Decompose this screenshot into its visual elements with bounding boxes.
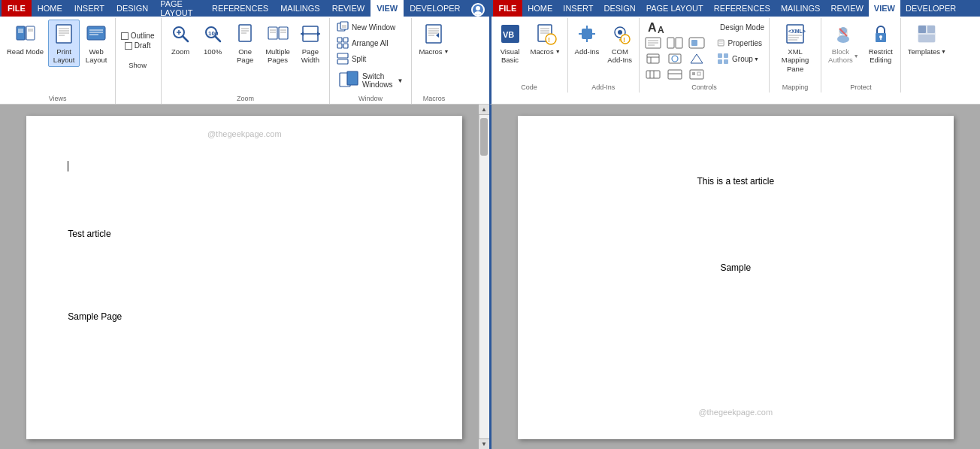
left-doc-text2[interactable]: Sample Page: [68, 311, 122, 322]
tab-mailings-left[interactable]: MAILINGS: [274, 0, 326, 17]
user-avatar[interactable]: [471, 3, 485, 17]
scroll-thumb-left[interactable]: [480, 118, 488, 156]
xml-mapping-button[interactable]: <XML> XML MappingPane: [773, 20, 818, 75]
tab-references-right[interactable]: REFERENCES: [709, 0, 776, 17]
ribbon-group-add-ins: Add-Ins !: [568, 18, 640, 93]
switch-windows-button[interactable]: Switch Windows ▼: [333, 68, 409, 93]
macros-button[interactable]: Macros ▼: [415, 20, 452, 58]
svg-point-1: [474, 11, 482, 15]
arrange-all-button[interactable]: Arrange All: [333, 35, 409, 50]
new-window-button[interactable]: New Window: [333, 20, 409, 35]
tab-review-right[interactable]: REVIEW: [825, 0, 868, 17]
ctrl-btn-8[interactable]: [664, 67, 685, 82]
svg-rect-97: [690, 70, 703, 79]
print-layout-button[interactable]: PrintLayout: [48, 20, 80, 67]
arrange-all-icon: [337, 37, 349, 49]
ctrl-btn-1[interactable]: [643, 35, 664, 50]
tab-design-left[interactable]: DESIGN: [110, 0, 154, 17]
visual-basic-button[interactable]: VB VisualBasic: [495, 20, 526, 67]
ctrl-btn-3[interactable]: [686, 35, 707, 50]
add-ins-button[interactable]: Add-Ins: [571, 20, 603, 58]
tab-design-right[interactable]: DESIGN: [598, 0, 640, 17]
block-authors-button[interactable]: BlockAuthors ▼: [824, 20, 863, 67]
font-size-large-button[interactable]: A A: [643, 20, 710, 35]
zoom-100-button[interactable]: 100 100%: [197, 20, 228, 58]
zoom-button[interactable]: Zoom: [165, 20, 196, 58]
svg-rect-124: [918, 35, 935, 42]
read-mode-button[interactable]: Read Mode: [3, 20, 47, 58]
macros-dropdown-arrow: ▼: [444, 49, 449, 54]
com-add-ins-button[interactable]: ! COMAdd-Ins: [603, 20, 636, 67]
page-width-label: PageWidth: [301, 47, 319, 65]
show-button[interactable]: Outline Draft Show: [119, 20, 156, 71]
ctrl-btn-2[interactable]: [664, 35, 685, 50]
tab-home-left[interactable]: HOME: [32, 0, 68, 17]
ctrl-btn-7[interactable]: [643, 67, 664, 82]
svg-rect-123: [927, 26, 935, 33]
outline-checkbox-row: Outline: [121, 32, 155, 40]
tab-developer-left[interactable]: DEVELOPER: [404, 0, 466, 17]
multiple-pages-button[interactable]: MultiplePages: [262, 20, 294, 67]
tab-insert-right[interactable]: INSERT: [558, 0, 598, 17]
svg-rect-31: [279, 27, 288, 39]
tab-home-right[interactable]: HOME: [522, 0, 558, 17]
scroll-down-arrow[interactable]: ▼: [479, 438, 489, 449]
scroll-up-arrow[interactable]: ▲: [479, 105, 489, 115]
tab-view-left[interactable]: VIEW: [371, 0, 404, 17]
svg-rect-44: [337, 38, 342, 42]
tab-page-layout-left[interactable]: PAGE LAYOUT: [154, 0, 206, 17]
right-doc-page: This is a test article Sample @thegeekpa…: [518, 116, 954, 439]
ctrl-btn-4[interactable]: [643, 51, 664, 66]
ctrl-btn-9[interactable]: [686, 67, 707, 82]
svg-marker-91: [691, 54, 703, 63]
page-width-button[interactable]: PageWidth: [295, 20, 326, 67]
group-button[interactable]: Group ▼: [713, 51, 766, 66]
left-doc-page: @thegeekpage.com Test article Sample Pag…: [26, 116, 462, 439]
tab-view-right[interactable]: VIEW: [869, 0, 900, 17]
svg-rect-2: [17, 26, 25, 40]
svg-rect-3: [26, 26, 35, 40]
tab-developer-right[interactable]: DEVELOPER: [900, 0, 961, 17]
tab-page-layout-right[interactable]: PAGE LAYOUT: [641, 0, 709, 17]
svg-rect-48: [337, 53, 348, 58]
split-label: Split: [352, 55, 366, 63]
ctrl-btn-5[interactable]: [664, 51, 685, 66]
templates-button[interactable]: Templates ▼: [904, 20, 950, 58]
web-layout-button[interactable]: WebLayout: [80, 20, 112, 67]
svg-rect-83: [676, 38, 682, 48]
ribbon-group-window: New Window Arrange All: [330, 18, 413, 104]
right-doc-text1[interactable]: This is a test article: [697, 176, 774, 187]
tab-review-left[interactable]: REVIEW: [326, 0, 371, 17]
read-mode-label: Read Mode: [7, 47, 44, 56]
cursor: [68, 161, 68, 171]
ctrl-btn-6[interactable]: [686, 51, 707, 66]
ribbon-group-zoom: Zoom 100 100%: [162, 18, 330, 104]
ribbon-group-macros: Macros ▼ Macros: [412, 18, 455, 104]
left-doc-text1[interactable]: Test article: [68, 229, 110, 239]
tab-insert-left[interactable]: INSERT: [68, 0, 110, 17]
left-scrollbar[interactable]: ▲ ▼: [479, 105, 489, 449]
macros-right-button[interactable]: ! Macros ▼: [527, 20, 564, 58]
tab-references-left[interactable]: REFERENCES: [206, 0, 274, 17]
views-group-label: Views: [3, 93, 112, 104]
tab-mailings-right[interactable]: MAILINGS: [776, 0, 826, 17]
svg-text:<XML>: <XML>: [788, 29, 806, 34]
split-button[interactable]: Split: [333, 51, 409, 66]
templates-group-label: [904, 89, 950, 93]
tab-file-left[interactable]: FILE: [2, 0, 32, 17]
svg-rect-92: [646, 71, 660, 78]
restrict-editing-button[interactable]: RestrictEditing: [864, 20, 897, 67]
tab-file-right[interactable]: FILE: [493, 0, 523, 17]
right-doc-text2[interactable]: Sample: [720, 262, 751, 273]
svg-rect-86: [647, 54, 659, 63]
code-group-label: Code: [495, 82, 564, 93]
one-page-button[interactable]: OnePage: [229, 20, 261, 67]
svg-rect-105: [718, 53, 722, 58]
ribbon-group-show: Outline Draft Show: [116, 18, 162, 104]
ribbon-group-mapping: <XML> XML MappingPane Mapping: [770, 18, 821, 93]
properties-button[interactable]: Properties: [713, 35, 766, 50]
right-watermark-bottom: @thegeekpage.com: [698, 408, 773, 417]
design-mode-button[interactable]: ✎ Design Mode: [713, 20, 766, 35]
mapping-group-label: Mapping: [773, 82, 818, 93]
svg-marker-38: [301, 32, 304, 36]
